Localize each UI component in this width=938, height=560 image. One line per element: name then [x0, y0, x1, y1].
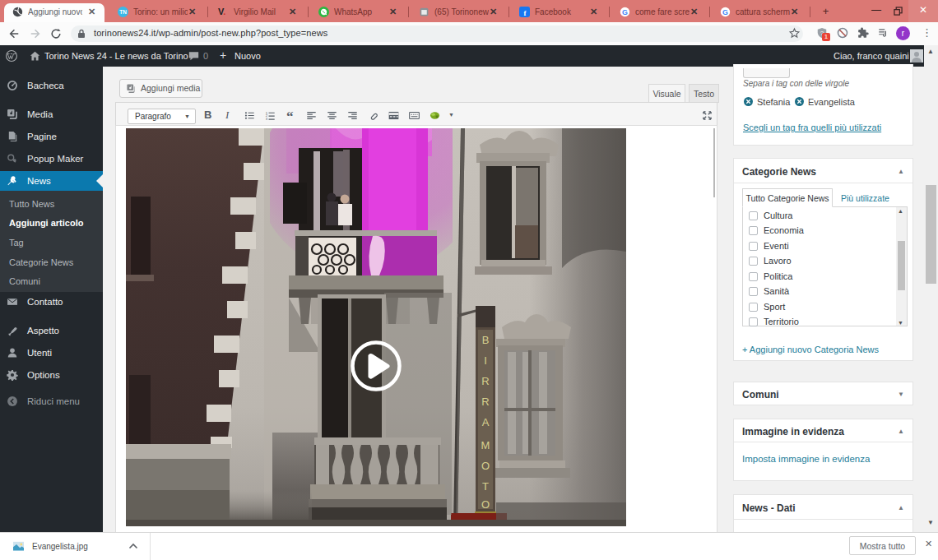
svg-text:I: I [484, 354, 487, 367]
svg-text:G: G [622, 8, 628, 16]
svg-text:O: O [481, 460, 490, 472]
svg-text:TN: TN [119, 9, 127, 15]
svg-text:M: M [481, 439, 490, 451]
svg-text:B: B [482, 334, 490, 346]
svg-text:A: A [482, 416, 490, 428]
svg-text:3: 3 [266, 117, 268, 121]
svg-text:O: O [481, 498, 490, 511]
svg-text:R: R [481, 396, 489, 408]
svg-text:T: T [482, 480, 489, 493]
svg-text:R: R [481, 375, 489, 387]
svg-text:G: G [722, 8, 728, 16]
